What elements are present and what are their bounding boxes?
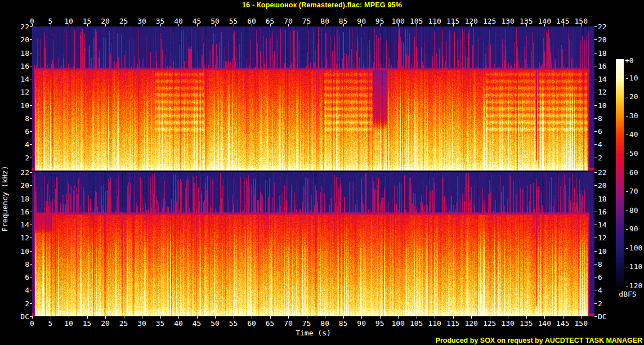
freq-tick-mark (594, 212, 597, 212)
colorbar-tick-label: -90 (625, 225, 638, 232)
freq-tick-label: DC (11, 313, 29, 320)
freq-tick-label: 12 (598, 88, 616, 96)
freq-tick-mark (30, 105, 32, 106)
time-tick-mark (453, 24, 454, 26)
freq-tick-label: 8 (598, 115, 616, 122)
freq-tick-label: 10 (11, 248, 29, 255)
time-tick-mark (435, 24, 435, 26)
freq-tick-label: 18 (11, 195, 29, 203)
freq-tick-label: 6 (598, 128, 616, 135)
time-tick-mark (307, 316, 307, 319)
time-tick-mark (252, 316, 252, 319)
time-tick-mark (69, 316, 69, 319)
freq-tick-mark (594, 39, 597, 40)
freq-tick-mark (30, 131, 32, 132)
freq-tick-mark (594, 66, 597, 66)
time-tick-mark (87, 316, 88, 319)
freq-tick-label: 2 (598, 300, 616, 307)
colorbar-unit-label: dBFS (615, 290, 640, 298)
freq-tick-mark (30, 303, 32, 304)
freq-tick-label: 4 (598, 286, 616, 294)
time-tick-mark (581, 24, 582, 26)
freq-tick-label: 14 (11, 75, 29, 83)
time-tick-mark (490, 24, 490, 26)
freq-tick-mark (30, 144, 32, 145)
freq-tick-label: 20 (598, 182, 616, 189)
time-tick-mark (380, 316, 381, 319)
colorbar-tick-label: +0 (625, 57, 634, 64)
time-tick-mark (490, 316, 490, 319)
time-tick-mark (160, 24, 161, 26)
freq-tick-mark (30, 238, 32, 238)
freq-tick-label: 14 (11, 221, 29, 228)
freq-tick-mark (594, 185, 597, 186)
freq-tick-label: 16 (598, 208, 616, 216)
freq-tick-label: 16 (598, 62, 616, 70)
time-tick-mark (544, 24, 545, 26)
spectrogram-viewer: 16 - Корешонок (Remastered).flac: MPEG 9… (0, 0, 644, 345)
time-tick-mark (288, 316, 289, 319)
colorbar-tick-label: -80 (625, 207, 638, 214)
freq-tick-label: 12 (11, 88, 29, 96)
freq-axis-title: Frequency (kHz) (1, 159, 8, 238)
freq-tick-mark (594, 277, 597, 277)
time-tick-mark (526, 24, 527, 26)
time-tick-mark (508, 24, 508, 26)
colorbar-tick-label: -110 (625, 263, 642, 270)
freq-tick-mark (30, 225, 32, 225)
time-tick-mark (51, 316, 51, 319)
freq-tick-label: 12 (11, 234, 29, 241)
colorbar (616, 59, 624, 286)
freq-tick-label: 22 (598, 23, 616, 30)
freq-tick-label: 8 (11, 115, 29, 122)
freq-tick-label: 20 (11, 36, 29, 43)
freq-tick-mark (594, 199, 597, 199)
footer-credit: Produced by SOX on request by AUCDTECT T… (436, 337, 642, 344)
freq-tick-label: 6 (598, 274, 616, 281)
freq-tick-mark (594, 158, 597, 158)
spectrogram-channel-2 (32, 172, 594, 316)
freq-tick-mark (594, 92, 597, 92)
freq-tick-label: 12 (598, 234, 616, 241)
time-tick-mark (526, 316, 527, 319)
time-tick-mark (361, 316, 362, 319)
freq-tick-mark (594, 53, 597, 53)
time-tick-mark (380, 24, 381, 26)
time-tick-mark (234, 316, 234, 319)
freq-tick-label: DC (598, 313, 616, 320)
freq-tick-mark (30, 118, 32, 119)
time-tick-mark (32, 24, 33, 26)
colorbar-tick-label: -60 (625, 169, 638, 176)
time-tick-mark (197, 24, 198, 26)
time-tick-mark (417, 24, 417, 26)
time-tick-mark (398, 316, 399, 319)
freq-tick-label: 2 (598, 154, 616, 162)
colorbar-tick-label: -50 (625, 150, 638, 157)
freq-tick-mark (594, 118, 597, 119)
freq-tick-mark (594, 26, 597, 27)
colorbar-tick-label: -10 (625, 74, 638, 82)
freq-tick-mark (594, 290, 597, 290)
time-axis-title: Time (s) (32, 329, 594, 337)
freq-tick-label: 4 (11, 286, 29, 294)
time-tick-mark (124, 24, 124, 26)
page-title: 16 - Корешонок (Remastered).flac: MPEG 9… (0, 1, 644, 9)
freq-tick-label: 18 (598, 50, 616, 57)
time-tick-mark (215, 316, 216, 319)
freq-tick-mark (30, 199, 32, 199)
freq-tick-mark (594, 172, 597, 173)
time-tick-mark (124, 316, 124, 319)
freq-tick-mark (594, 105, 597, 106)
spectrogram-channel-1 (32, 26, 594, 171)
freq-tick-mark (30, 92, 32, 92)
time-tick-mark (142, 24, 142, 26)
time-tick-mark (252, 24, 252, 26)
time-tick-mark (343, 24, 344, 26)
freq-tick-label: 10 (11, 102, 29, 109)
time-tick-mark (307, 24, 307, 26)
time-tick-mark (178, 316, 179, 319)
time-tick-mark (544, 316, 545, 319)
time-tick-mark (51, 24, 51, 26)
time-tick-mark (105, 316, 106, 319)
freq-tick-mark (594, 131, 597, 132)
